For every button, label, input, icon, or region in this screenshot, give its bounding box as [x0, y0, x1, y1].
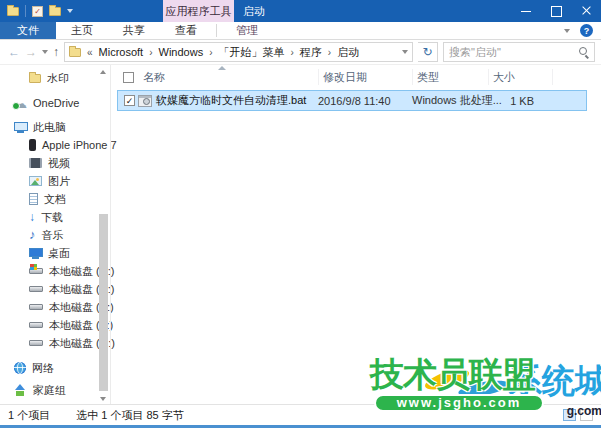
batch-file-icon	[138, 95, 152, 107]
column-header-date[interactable]: 修改日期	[319, 69, 413, 85]
sidebar-item-label: 水印	[47, 71, 69, 86]
breadcrumb-item-start-menu[interactable]: 「开始」菜单	[219, 45, 285, 60]
sidebar-item-label: 文档	[44, 192, 66, 207]
row-checkbox[interactable]: ✓	[124, 95, 135, 106]
breadcrumb-item-windows[interactable]: Windows	[159, 46, 204, 58]
breadcrumb-item-programs[interactable]: 程序	[300, 45, 322, 60]
tab-manage[interactable]: 管理	[221, 22, 273, 39]
sidebar-scrollbar[interactable]	[97, 65, 110, 404]
sidebar-item-downloads[interactable]: ↓ 下载	[0, 208, 110, 226]
sidebar-item-disk-d[interactable]: 本地磁盘 (D:)	[0, 280, 110, 298]
download-icon: ↓	[29, 211, 35, 223]
sidebar-item-label: 此电脑	[33, 120, 66, 135]
new-folder-icon[interactable]	[49, 7, 61, 16]
recent-locations-chevron-icon[interactable]	[42, 50, 48, 54]
file-row-selected[interactable]: ✓ 软媒魔方临时文件自动清理.bat 2016/9/8 11:40 Window…	[117, 90, 587, 111]
tab-view[interactable]: 查看	[160, 22, 212, 39]
sidebar-item-network[interactable]: 网络	[0, 359, 110, 377]
breadcrumb-item-microsoft[interactable]: Microsoft	[99, 46, 144, 58]
search-input[interactable]	[449, 46, 575, 58]
sidebar-item-desktop[interactable]: 桌面	[0, 244, 110, 262]
system-disk-icon	[29, 268, 43, 274]
sidebar-item-label: OneDrive	[33, 97, 79, 109]
breadcrumb-separator: ›	[289, 47, 296, 58]
sidebar-item-pictures[interactable]: 图片	[0, 172, 110, 190]
picture-icon	[29, 176, 42, 186]
breadcrumb-separator: ›	[326, 47, 333, 58]
video-icon	[29, 158, 42, 168]
file-name: 软媒魔方临时文件自动清理.bat	[156, 93, 306, 108]
tab-home[interactable]: 主页	[56, 22, 108, 39]
disk-icon	[29, 340, 43, 346]
disk-icon	[29, 322, 43, 328]
file-name-cell: 软媒魔方临时文件自动清理.bat	[138, 93, 318, 108]
document-icon	[29, 193, 38, 205]
sidebar-item-label: 视频	[48, 156, 70, 171]
sidebar-item-disk-g[interactable]: 本地磁盘 (G:)	[0, 334, 110, 352]
content-area: 水印 ☁ OneDrive 此电脑 Apple iPhone 7 视频 图片	[0, 65, 601, 404]
homegroup-icon	[14, 384, 27, 396]
sidebar-item-disk-f[interactable]: 本地磁盘 (F:)	[0, 316, 110, 334]
item-count: 1 个项目	[8, 408, 50, 423]
column-header-size[interactable]: 大小	[489, 69, 553, 85]
sidebar-item-videos[interactable]: 视频	[0, 154, 110, 172]
column-header-name[interactable]: 名称	[139, 69, 319, 85]
sidebar-item-this-pc[interactable]: 此电脑	[0, 118, 110, 136]
tab-file[interactable]: 文件	[0, 22, 56, 39]
qat-customize-chevron-icon[interactable]	[67, 9, 73, 13]
music-icon: ♪	[29, 229, 36, 241]
explorer-app-icon	[7, 7, 19, 16]
address-dropdown-chevron-icon[interactable]	[402, 50, 408, 54]
sidebar-item-label: 图片	[48, 174, 70, 189]
disk-icon	[29, 304, 43, 310]
forward-icon[interactable]: →	[25, 46, 37, 58]
scrollbar-down-icon[interactable]	[100, 397, 106, 401]
title-bar: ✓ 应用程序工具 启动	[0, 0, 601, 22]
tab-divider	[216, 24, 217, 37]
close-button[interactable]	[571, 0, 601, 22]
ribbon-controls: ?	[564, 22, 593, 39]
breadcrumb-item-startup[interactable]: 启动	[337, 45, 359, 60]
search-box	[443, 42, 595, 62]
sidebar-item-disk-c[interactable]: 本地磁盘 (C:)	[0, 262, 110, 280]
network-icon	[14, 362, 26, 374]
back-icon[interactable]: ←	[8, 46, 20, 58]
view-buttons	[563, 409, 593, 421]
sidebar-item-watermark-folder[interactable]: 水印	[0, 69, 110, 87]
breadcrumb-separator: ›	[147, 47, 154, 58]
context-tab-application-tools[interactable]: 应用程序工具	[163, 0, 234, 22]
sidebar-item-label: 家庭组	[33, 383, 66, 398]
desktop-icon	[29, 248, 42, 259]
file-type: Windows 批处理...	[412, 93, 488, 108]
select-all-checkbox[interactable]	[123, 72, 134, 83]
up-icon[interactable]: ↑	[53, 46, 59, 58]
minimize-button[interactable]	[511, 0, 541, 22]
window-title: 启动	[243, 0, 265, 22]
scrollbar-thumb[interactable]	[99, 214, 108, 391]
search-icon[interactable]	[579, 47, 589, 57]
explorer-window: ✓ 应用程序工具 启动 文件 主页 共享 查看 管理 ? ← → ↑ «	[0, 0, 601, 428]
sidebar-item-disk-e[interactable]: 本地磁盘 (E:)	[0, 298, 110, 316]
help-icon[interactable]: ?	[580, 24, 593, 37]
sidebar-item-documents[interactable]: 文档	[0, 190, 110, 208]
sidebar-item-music[interactable]: ♪ 音乐	[0, 226, 110, 244]
phone-icon	[29, 139, 36, 151]
column-header-row: 名称 修改日期 类型 大小	[111, 65, 601, 89]
tab-share[interactable]: 共享	[108, 22, 160, 39]
sidebar-item-onedrive[interactable]: ☁ OneDrive	[0, 94, 110, 112]
navigation-pane: 水印 ☁ OneDrive 此电脑 Apple iPhone 7 视频 图片	[0, 65, 110, 404]
sidebar-item-apple-iphone[interactable]: Apple iPhone 7	[0, 136, 110, 154]
properties-icon[interactable]: ✓	[32, 6, 43, 17]
breadcrumb-prefix: «	[85, 47, 95, 58]
refresh-icon[interactable]: ↻	[418, 42, 438, 62]
large-icons-view-button[interactable]	[580, 409, 593, 421]
sidebar-item-homegroup[interactable]: 家庭组	[0, 381, 110, 399]
details-view-button[interactable]	[563, 409, 576, 421]
address-breadcrumb[interactable]: « Microsoft › Windows › 「开始」菜单 › 程序 › 启动	[64, 42, 413, 62]
maximize-button[interactable]	[541, 0, 571, 22]
ribbon-collapse-chevron-icon[interactable]	[564, 29, 570, 33]
scrollbar-up-icon[interactable]	[100, 70, 106, 74]
file-size: 1 KB	[488, 95, 552, 107]
row-checkbox-cell: ✓	[119, 95, 138, 106]
column-header-type[interactable]: 类型	[413, 69, 489, 85]
